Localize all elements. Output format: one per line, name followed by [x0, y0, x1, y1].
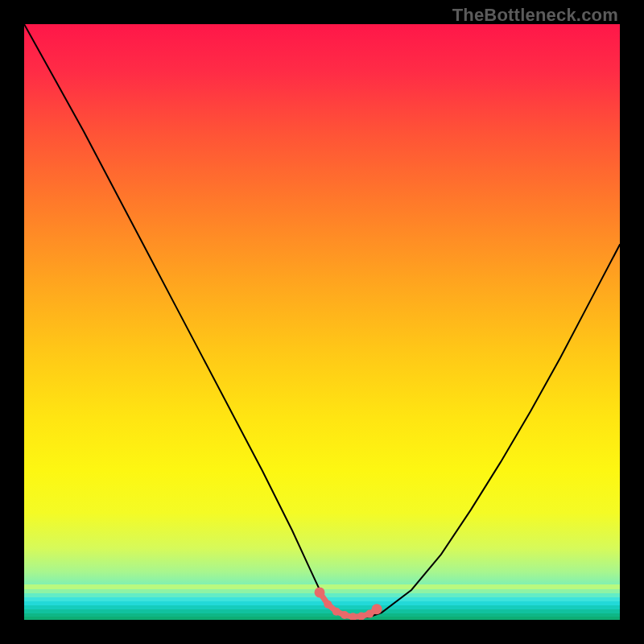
bottleneck-curve — [24, 24, 620, 617]
chart-frame: TheBottleneck.com — [0, 0, 644, 644]
marker-dot — [372, 604, 382, 614]
curve-layer — [24, 24, 620, 620]
marker-connector — [320, 592, 377, 617]
marker-dot — [324, 601, 332, 609]
watermark-text: TheBottleneck.com — [452, 5, 618, 26]
marker-dot — [332, 608, 341, 616]
marker-dot — [357, 613, 365, 620]
marker-dot — [315, 587, 325, 597]
marker-dots — [315, 587, 382, 620]
bottom-banding — [24, 584, 620, 620]
plot-area — [24, 24, 620, 620]
marker-dot — [349, 613, 357, 620]
marker-dot — [341, 611, 349, 619]
marker-dot — [365, 610, 374, 618]
